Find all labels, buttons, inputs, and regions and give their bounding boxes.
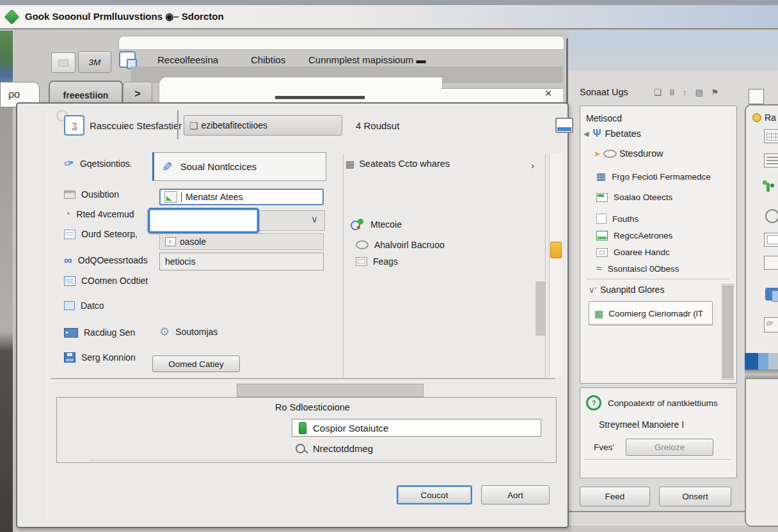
abort-button[interactable]: Aort bbox=[481, 485, 550, 505]
sidebar-item-datco[interactable]: Datco bbox=[64, 301, 104, 311]
flag-small-icon[interactable]: ⚑ bbox=[711, 88, 719, 97]
menu-item-2[interactable]: Chibtios bbox=[251, 54, 285, 65]
detail-item-feags[interactable]: Feags bbox=[356, 256, 398, 267]
menu-item-1[interactable]: Receolfeesina bbox=[157, 54, 218, 65]
edge-monitor-icon[interactable] bbox=[764, 233, 778, 247]
sidebar-label: Racdiug Sen bbox=[84, 327, 135, 338]
detail-label: Mtecoie bbox=[370, 219, 402, 230]
page-icon[interactable]: ▤ bbox=[695, 88, 703, 97]
s-icon[interactable]: 8 bbox=[670, 88, 674, 97]
insert-button[interactable]: Onsert bbox=[659, 487, 731, 506]
result-count: 4 Roudsut bbox=[356, 120, 399, 131]
edge-grid-icon[interactable] bbox=[764, 129, 778, 143]
panel-divider bbox=[586, 279, 729, 279]
panel-item-fouths[interactable]: Fouths bbox=[596, 214, 639, 224]
panel-item-frgo[interactable]: ▦ Frgo Fecioti Fermamedce bbox=[596, 171, 711, 182]
detail-item-ahalvoirl[interactable]: Ahalvoirl Bacruoo bbox=[356, 240, 445, 250]
edge-q-icon[interactable] bbox=[765, 209, 778, 223]
inner-scrollbar-thumb[interactable] bbox=[536, 281, 545, 336]
edge-list-icon[interactable] bbox=[764, 153, 778, 168]
tree-child-item[interactable]: ➤ Stesdurow bbox=[594, 148, 663, 159]
panel-scrollbar-track[interactable] bbox=[722, 284, 734, 380]
ok-button[interactable]: Coucot bbox=[397, 485, 472, 505]
panel-label: Soalao Oteects bbox=[614, 192, 672, 202]
panel-item-ssontaiscl[interactable]: ≈ Ssontaiscl 0Obess bbox=[596, 263, 679, 274]
edge-monitor-screen bbox=[767, 235, 778, 244]
combo-value: ezibetafitectiioes bbox=[201, 120, 267, 130]
feather-icon: ✑ bbox=[63, 157, 75, 171]
edge-checkbox[interactable] bbox=[749, 89, 764, 104]
name-input[interactable]: Menatsr Atees bbox=[159, 189, 324, 205]
methods-input[interactable]: hetiocis bbox=[159, 253, 324, 270]
copy-icon[interactable]: ❏ bbox=[654, 88, 662, 97]
scrollbar-marker[interactable] bbox=[550, 242, 562, 258]
flag-icon bbox=[164, 191, 177, 203]
tree-root-item[interactable]: ◀ Ψ Fbetates bbox=[584, 129, 641, 139]
info-line-2: Streymeel Manoiere I bbox=[599, 419, 684, 430]
data-icon bbox=[64, 301, 75, 310]
edge-stamp-icon[interactable]: 07 bbox=[764, 317, 778, 332]
panel-scrollbar-thumb[interactable] bbox=[723, 286, 733, 378]
footer-sub-row[interactable]: Nrectotddmeg bbox=[296, 443, 373, 454]
console-row[interactable]: 1: oasole bbox=[159, 233, 324, 250]
settings-item[interactable]: ⚙ Soutomjas bbox=[159, 326, 218, 338]
footer-caption: Ro Sdloesticoione bbox=[275, 402, 350, 412]
side-panel-toolbar: ❏ 8 ↑ ▤ ⚑ bbox=[654, 88, 718, 97]
header-combobox[interactable]: ❏ ezibetafitectiioes bbox=[184, 115, 342, 136]
sidebar-item-rted[interactable]: ◔ Rted 4vcemud bbox=[64, 208, 134, 219]
sidebar-item-coomen[interactable]: COomen Ocdtiet bbox=[64, 276, 148, 286]
edge-blue-doc-icon[interactable] bbox=[765, 288, 778, 301]
panel-label: Fouths bbox=[612, 214, 639, 224]
toolbar-small-button[interactable] bbox=[51, 52, 75, 73]
new-window-icon[interactable] bbox=[119, 51, 136, 68]
vertical-scrollbar-track[interactable] bbox=[549, 153, 562, 377]
video-icon: ▸ bbox=[64, 328, 78, 338]
sidebar-item-odqoeessrtoads[interactable]: ∞ OdQOeessrtoads bbox=[64, 254, 148, 266]
tree-child-label: Stesdurow bbox=[619, 148, 663, 159]
panel-icon bbox=[356, 257, 367, 266]
owner-button[interactable]: Oomed Catiey bbox=[152, 356, 240, 372]
sidebar-item-racdiug[interactable]: ▸ Racdiug Sen bbox=[64, 327, 135, 338]
loop-icon bbox=[603, 150, 617, 158]
sidebar-item-gqetsiontios[interactable]: ✑ Gqetsiontios. bbox=[64, 157, 132, 169]
info-inner-line bbox=[585, 459, 731, 460]
sidebar-item-ourd[interactable]: Ourd Seteorp, bbox=[64, 229, 138, 239]
detail-item-mtecoie[interactable]: Mtecoie bbox=[351, 219, 402, 230]
sidebar-item-ousibtion[interactable]: Ousibtion bbox=[64, 189, 119, 199]
orange-arrow-icon: ➤ bbox=[594, 150, 601, 158]
close-button[interactable]: × bbox=[541, 86, 556, 101]
settings-label: Soutomjas bbox=[175, 327, 218, 337]
tree-root-label: Fbetates bbox=[605, 129, 640, 139]
edge-metal-strip bbox=[745, 370, 778, 379]
panel-label: Ssontaiscl 0Obess bbox=[608, 264, 679, 274]
panel-item-soalao[interactable]: Soalao Oteects bbox=[596, 192, 672, 202]
panel-item-regcc[interactable]: RegccAetrones bbox=[596, 231, 672, 240]
edge-plant-icon[interactable] bbox=[766, 183, 770, 192]
checkbox-empty-icon[interactable] bbox=[596, 214, 607, 224]
panel-item-snap[interactable]: ∨ʹ Suanpitd Glores bbox=[589, 285, 664, 295]
edge-box-icon[interactable] bbox=[764, 256, 778, 270]
green-bar-icon bbox=[596, 193, 608, 202]
footer-search-field[interactable]: Cospior Sotaiutce bbox=[292, 419, 541, 437]
panel-item-selected[interactable]: ▦ Coomierg Cieriomadr (lT bbox=[589, 301, 713, 325]
panel-item-goaree[interactable]: Goaree Handc bbox=[596, 247, 670, 257]
combo-dropdown-arrow[interactable]: ∨ bbox=[311, 214, 318, 225]
horizontal-scroll-thumb[interactable] bbox=[237, 384, 424, 397]
monitor-icon[interactable] bbox=[555, 118, 573, 133]
sidebar-item-serg[interactable]: Serg Konnion bbox=[64, 352, 136, 363]
up-arrow-icon[interactable]: ↑ bbox=[683, 88, 687, 97]
focused-combobox[interactable] bbox=[148, 208, 259, 233]
save-disk-icon bbox=[64, 352, 75, 363]
menu-item-3[interactable]: Cunnmplest mapissioum ▬ bbox=[308, 54, 425, 65]
detail-expand-arrow[interactable]: › bbox=[531, 160, 534, 171]
window-mini-icon bbox=[64, 191, 75, 199]
sidebar-label: Ousibtion bbox=[81, 189, 119, 199]
type-button[interactable]: Greioze bbox=[626, 439, 713, 456]
infinity-icon: ∞ bbox=[64, 254, 72, 266]
zoom-level-button[interactable]: 3M bbox=[78, 51, 111, 73]
section-header-soual[interactable]: ✎ Soual Nontlccices bbox=[152, 152, 326, 181]
detail-divider bbox=[343, 153, 344, 377]
tab-underline bbox=[275, 96, 365, 99]
collapse-icon[interactable]: ◀ bbox=[584, 130, 589, 137]
feed-button[interactable]: Feed bbox=[580, 487, 650, 506]
